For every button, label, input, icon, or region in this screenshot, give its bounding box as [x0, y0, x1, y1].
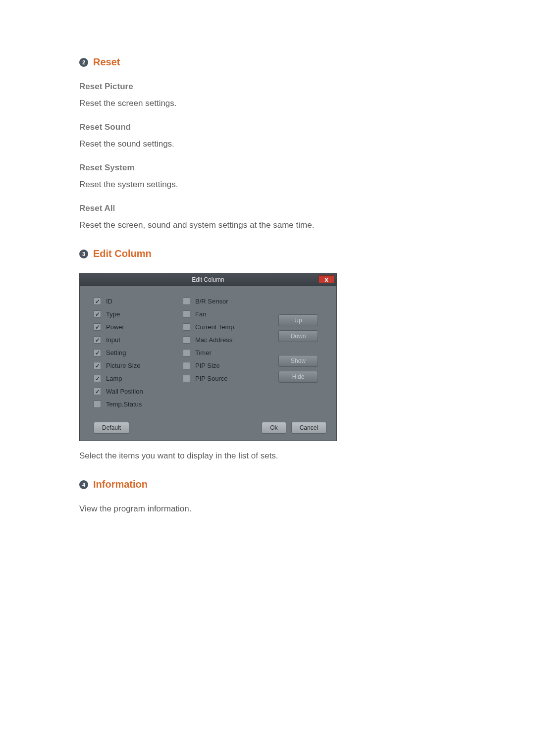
checkbox-label: Power: [106, 323, 124, 331]
section-title: Information: [93, 479, 148, 490]
dialog-body: ID Type Power Input Setting Picture Size…: [80, 286, 336, 408]
checkbox[interactable]: [183, 310, 190, 318]
checkbox-column-right: B/R Sensor Fan Current Temp. Mac Address…: [183, 298, 267, 408]
checkbox[interactable]: [94, 401, 101, 408]
checkbox-label: Fan: [195, 310, 206, 318]
body-text: Reset the screen, sound and system setti…: [79, 220, 456, 230]
checkbox-row[interactable]: B/R Sensor: [183, 298, 267, 305]
sub-heading: Reset Sound: [79, 122, 456, 132]
checkbox-row[interactable]: PIP Size: [183, 362, 267, 369]
ok-button[interactable]: Ok: [262, 422, 286, 434]
edit-column-dialog: Edit Column x ID Type Power Input Settin…: [79, 273, 337, 441]
checkbox[interactable]: [183, 323, 190, 331]
checkbox-label: Type: [106, 310, 120, 318]
checkbox-label: Lamp: [106, 375, 122, 382]
checkbox-label: Temp.Status: [106, 401, 142, 408]
checkbox-label: Input: [106, 336, 120, 344]
checkbox-label: PIP Size: [195, 362, 220, 369]
dialog-title: Edit Column: [192, 276, 224, 283]
checkbox-label: Timer: [195, 349, 212, 356]
close-button[interactable]: x: [319, 275, 334, 283]
section-heading-information: 4 Information: [79, 479, 456, 490]
checkbox[interactable]: [183, 336, 190, 344]
sub-heading: Reset Picture: [79, 82, 456, 92]
checkbox-label: Current Temp.: [195, 323, 236, 331]
checkbox[interactable]: [94, 298, 101, 305]
checkbox[interactable]: [94, 362, 101, 369]
checkbox-row[interactable]: PIP Source: [183, 375, 267, 382]
badge-number: 2: [79, 58, 88, 67]
dialog-titlebar[interactable]: Edit Column x: [80, 274, 336, 286]
checkbox[interactable]: [94, 388, 101, 395]
dialog-footer: Default Ok Cancel: [80, 408, 336, 441]
show-button[interactable]: Show: [278, 355, 318, 367]
hide-button[interactable]: Hide: [278, 371, 318, 383]
checkbox-row[interactable]: Input: [94, 336, 183, 344]
checkbox-row[interactable]: Fan: [183, 310, 267, 318]
down-button[interactable]: Down: [278, 330, 318, 342]
checkbox[interactable]: [183, 349, 190, 356]
body-text: Reset the screen settings.: [79, 99, 456, 108]
body-text: Reset the system settings.: [79, 180, 456, 190]
checkbox[interactable]: [94, 336, 101, 344]
cancel-button[interactable]: Cancel: [291, 422, 326, 434]
checkbox[interactable]: [94, 323, 101, 331]
section-title: Reset: [93, 56, 120, 68]
checkbox-row[interactable]: Lamp: [94, 375, 183, 382]
checkbox-row[interactable]: ID: [94, 298, 183, 305]
badge-number: 3: [79, 250, 88, 258]
checkbox-row[interactable]: Type: [94, 310, 183, 318]
up-button[interactable]: Up: [278, 314, 318, 326]
checkbox[interactable]: [94, 310, 101, 318]
checkbox[interactable]: [94, 375, 101, 382]
close-icon: x: [324, 276, 328, 283]
checkbox[interactable]: [94, 349, 101, 356]
side-button-column: Up Down Show Hide: [267, 298, 329, 408]
checkbox[interactable]: [183, 298, 190, 305]
checkbox-label: B/R Sensor: [195, 298, 228, 305]
caption-text: Select the items you want to display in …: [79, 451, 456, 461]
checkbox-column-left: ID Type Power Input Setting Picture Size…: [94, 298, 183, 408]
checkbox-label: PIP Source: [195, 375, 228, 382]
default-button[interactable]: Default: [94, 422, 129, 434]
checkbox-label: ID: [106, 298, 112, 305]
checkbox-row[interactable]: Temp.Status: [94, 401, 183, 408]
checkbox[interactable]: [183, 362, 190, 369]
checkbox-row[interactable]: Wall Position: [94, 388, 183, 395]
checkbox-label: Picture Size: [106, 362, 140, 369]
body-text: View the program information.: [79, 504, 456, 514]
body-text: Reset the sound settings.: [79, 139, 456, 149]
section-title: Edit Column: [93, 248, 152, 259]
checkbox[interactable]: [183, 375, 190, 382]
section-heading-reset: 2 Reset: [79, 56, 456, 68]
checkbox-row[interactable]: Timer: [183, 349, 267, 356]
sub-heading: Reset All: [79, 203, 456, 213]
checkbox-row[interactable]: Picture Size: [94, 362, 183, 369]
checkbox-label: Setting: [106, 349, 126, 356]
sub-heading: Reset System: [79, 163, 456, 173]
checkbox-row[interactable]: Setting: [94, 349, 183, 356]
checkbox-row[interactable]: Power: [94, 323, 183, 331]
section-heading-edit-column: 3 Edit Column: [79, 248, 456, 259]
badge-number: 4: [79, 480, 88, 489]
checkbox-row[interactable]: Mac Address: [183, 336, 267, 344]
checkbox-label: Mac Address: [195, 336, 232, 344]
checkbox-row[interactable]: Current Temp.: [183, 323, 267, 331]
checkbox-label: Wall Position: [106, 388, 143, 395]
